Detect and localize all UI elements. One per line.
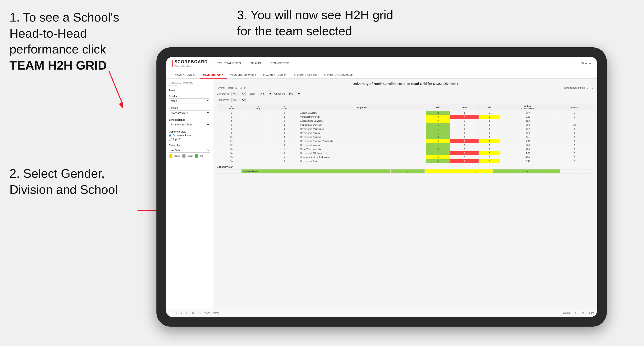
cell-win: 1 <box>426 151 450 155</box>
radio-top100: Top 100 <box>169 138 210 141</box>
nav-committee[interactable]: COMMITTEE <box>270 61 289 66</box>
cell-tie: 0 <box>478 143 500 147</box>
division-select[interactable]: NCAA Division I <box>169 110 210 115</box>
main-content: Last Updated: 27/03/2024 16:55:38 Team G… <box>166 79 597 309</box>
undo-icon[interactable]: ↩ <box>169 312 171 314</box>
cell-win: 1 <box>426 127 450 131</box>
redo-icon[interactable]: ↪ <box>175 312 177 314</box>
nav-teams[interactable]: TEAMS <box>250 61 261 66</box>
cell-reg <box>246 115 271 119</box>
radio1-label: Opponents Played <box>173 134 192 137</box>
cell-reg <box>246 155 271 159</box>
tab-team-summary[interactable]: TEAM SUMMARY <box>172 72 200 79</box>
cell-conf: 2 <box>271 123 299 127</box>
tab-player-summary[interactable]: PLAYER SUMMARY <box>260 72 290 79</box>
sidebar: Last Updated: 27/03/2024 16:55:38 Team G… <box>166 79 213 309</box>
col-conf: #Conf <box>271 104 299 111</box>
cell-win: 1 <box>426 123 450 127</box>
region-filter[interactable]: (All) <box>258 92 272 96</box>
share-button[interactable]: Share <box>588 312 594 314</box>
od-division <box>217 170 242 173</box>
conference-filter[interactable]: (All) <box>231 92 246 96</box>
arrow-step1 <box>52 66 123 118</box>
cell-loss: 5 <box>450 119 478 123</box>
cell-rounds: 3 <box>555 127 594 131</box>
cell-rounds: 12 <box>555 123 594 127</box>
watch-button[interactable]: Watch ▾ <box>563 312 572 314</box>
table-row: 13 1 Texas Tech University 3 0 0 5.56 9 <box>217 147 594 151</box>
cell-tie: 0 <box>478 147 500 151</box>
cell-rank: 16 <box>217 159 246 163</box>
cell-loss: 1 <box>450 111 478 115</box>
cell-reg <box>246 143 271 147</box>
tab-player-h2h-grid[interactable]: PLAYER H2H GRID <box>290 72 320 79</box>
cell-loss: 4 <box>450 115 478 119</box>
cell-rounds: 8 <box>555 135 594 139</box>
cell-rank: 15 <box>217 155 246 159</box>
cell-conf: 6 <box>271 139 299 143</box>
cell-conf: 1 <box>271 119 299 123</box>
grid-records: Overall Record: 89 - 17 - 0 Division Rec… <box>217 87 594 89</box>
cell-reg <box>246 159 271 163</box>
toolbar-icon4: 💬 <box>575 312 578 314</box>
gender-select[interactable]: Men's <box>169 98 210 103</box>
radio-opponents-played-input[interactable] <box>169 134 172 137</box>
school-select[interactable]: 1. University of Nort... <box>169 122 210 127</box>
cell-rank: 14 <box>217 151 246 155</box>
tab-team-h2h-grid[interactable]: TEAM H2H GRID <box>200 72 227 79</box>
nav-tournaments[interactable]: TOURNAMENTS <box>217 61 241 66</box>
view-original[interactable]: View: Original <box>204 312 219 314</box>
cell-rank: 9 <box>217 131 246 135</box>
colour-down-label: Down <box>174 155 180 157</box>
cell-rank: 8 <box>217 127 246 131</box>
tab-team-h2h-heatmap[interactable]: TEAM H2H HEATMAP <box>226 72 260 79</box>
colour-select[interactable]: Win/loss <box>169 148 210 153</box>
toolbar-icon2: ✂ <box>186 312 188 314</box>
opponent-filter[interactable]: (All) <box>287 92 301 96</box>
cell-rounds: 9 <box>555 111 594 115</box>
colour-up-label: Up <box>200 155 203 157</box>
cell-reg <box>246 127 271 131</box>
cell-conf: 2 <box>271 127 299 131</box>
table-row: 11 6 University of Arkansas, Fayettevill… <box>217 139 594 143</box>
cell-tie: 0 <box>478 131 500 135</box>
radio2-label: Top 100 <box>173 138 181 141</box>
cell-tie: 0 <box>478 127 500 131</box>
table-row: 15 4 Georgia Institute of Technology 0 5… <box>217 155 594 159</box>
cell-diff: 2.29 <box>500 119 555 123</box>
col-rank: #Rank <box>217 104 246 111</box>
table-row: 3 2 Vanderbilt University 0 4 0 -2.29 8 <box>217 115 594 119</box>
opponents-row: Opponents: (All) <box>217 98 594 102</box>
colour-label: Colour by <box>169 144 210 147</box>
od-diff: 26.00 <box>493 170 560 173</box>
cell-diff: -1.00 <box>500 151 555 155</box>
step2-text: 2. Select Gender, Division and School <box>10 167 118 196</box>
toolbar-icon5: ⊞ <box>582 312 584 314</box>
timestamp-label: Last Updated: 27/03/2024 <box>169 82 210 84</box>
table-header-row: #Rank #Reg #Conf Opponent Win Loss Tie D… <box>217 104 594 111</box>
cell-opponent: University of Washington <box>299 127 426 131</box>
cell-rank: 11 <box>217 139 246 143</box>
cell-opponent: University of Florida <box>299 159 426 163</box>
cell-reg <box>246 139 271 143</box>
table-row: 9 3 University of Arizona 1 0 0 9.00 2 <box>217 131 594 135</box>
cell-conf: 2 <box>271 151 299 155</box>
cell-win: 2 <box>426 111 450 115</box>
cell-opponent: Georgia Institute of Technology <box>299 155 426 159</box>
cell-rank: 6 <box>217 123 246 127</box>
cell-win: 0 <box>426 119 450 123</box>
opponents-label: Opponents: <box>217 99 229 101</box>
cell-conf: 3 <box>271 131 299 135</box>
cell-rank: 2 <box>217 111 246 115</box>
tab-player-h2h-heatmap[interactable]: PLAYER H2H HEATMAP <box>320 72 356 79</box>
instruction-step2: 2. Select Gender, Division and School <box>10 166 133 198</box>
division-label: Division <box>169 107 210 109</box>
sign-out[interactable]: | Sign out <box>580 62 592 65</box>
cell-diff: 4.50 <box>500 155 555 159</box>
cell-rank: 3 <box>217 115 246 119</box>
radio-top100-input[interactable] <box>169 138 172 141</box>
step3-text: 3. You will now see H2H grid for the tea… <box>237 8 393 38</box>
od-tie: 0 <box>459 170 493 173</box>
step1-text: 1. To see a School's Head-to-Head perfor… <box>10 10 119 56</box>
opponents-filter[interactable]: (All) <box>231 98 246 102</box>
